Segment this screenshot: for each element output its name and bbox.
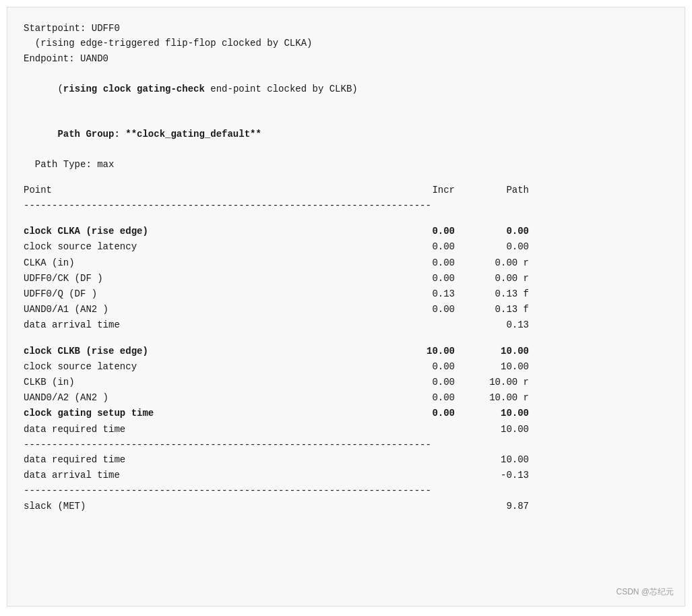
table-row: clock gating setup time0.0010.00: [24, 406, 668, 421]
cell-incr: 0.13: [401, 286, 462, 302]
cell-point: UAND0/A1 (AN2 ): [24, 302, 401, 317]
cell-point: clock CLKA (rise edge): [24, 224, 401, 239]
cell-point: clock gating setup time: [24, 406, 401, 421]
cell-point: CLKA (in): [24, 255, 401, 271]
path-type-line: Path Type: max: [24, 157, 668, 172]
cell-point: CLKB (in): [24, 375, 401, 390]
cell-path: 9.87: [462, 499, 536, 514]
col-header-point: Point: [24, 183, 401, 198]
cell-path: 10.00: [462, 359, 536, 375]
cell-incr: [401, 499, 462, 514]
cell-point: clock source latency: [24, 239, 401, 255]
cell-point: UDFF0/Q (DF ): [24, 286, 401, 302]
cell-incr: [401, 468, 462, 483]
cell-point: UDFF0/CK (DF ): [24, 271, 401, 286]
separator-top: ----------------------------------------…: [24, 198, 668, 213]
cell-path: 0.13: [462, 317, 536, 333]
watermark: CSDN @芯纪元: [616, 586, 674, 598]
cell-incr: [401, 317, 462, 333]
cell-path: 10.00: [462, 452, 536, 468]
table-row: clock source latency0.000.00: [24, 239, 668, 255]
path-group-line: Path Group: **clock_gating_default**: [24, 111, 668, 156]
cell-incr: 0.00: [401, 406, 462, 421]
startpoint-detail: (rising edge-triggered flip-flop clocked…: [24, 36, 668, 51]
cell-path: -0.13: [462, 468, 536, 483]
cell-incr: [401, 422, 462, 437]
path-group-prefix: Path Group:: [46, 129, 126, 140]
cell-path: 0.00: [462, 224, 536, 239]
table-row: UAND0/A2 (AN2 )0.0010.00 r: [24, 390, 668, 406]
separator-bot: ----------------------------------------…: [24, 483, 668, 498]
cell-point: data arrival time: [24, 317, 401, 333]
startpoint-line: Startpoint: UDFF0: [24, 21, 668, 36]
table-row: UDFF0/Q (DF )0.130.13 f: [24, 286, 668, 302]
cell-incr: 0.00: [401, 224, 462, 239]
endpoint-bold: rising clock gating-check: [63, 84, 205, 94]
endpoint-detail: (rising clock gating-check end-point clo…: [24, 66, 668, 111]
cell-path: 10.00: [462, 422, 536, 437]
cell-path: 0.00: [462, 239, 536, 255]
cell-point: clock CLKB (rise edge): [24, 344, 401, 359]
separator-mid: ----------------------------------------…: [24, 437, 668, 452]
endpoint-line: Endpoint: UAND0: [24, 51, 668, 66]
cell-path: 10.00 r: [462, 390, 536, 406]
table-spacer: [24, 333, 668, 344]
cell-point: data arrival time: [24, 468, 401, 483]
table-row: clock source latency0.0010.00: [24, 359, 668, 375]
cell-incr: 0.00: [401, 359, 462, 375]
cell-incr: 0.00: [401, 255, 462, 271]
cell-incr: 0.00: [401, 271, 462, 286]
cell-path: 10.00: [462, 406, 536, 421]
col-header-path: Path: [462, 183, 536, 198]
table-row: data required time10.00: [24, 422, 668, 437]
table-header: Point Incr Path: [24, 183, 668, 198]
spacer-2: [24, 213, 668, 224]
table-row: UDFF0/CK (DF )0.000.00 r: [24, 271, 668, 286]
cell-point: slack (MET): [24, 499, 401, 514]
path-group-value: **clock_gating_default**: [125, 129, 261, 140]
endpoint-prefix: (: [46, 84, 63, 94]
cell-path: 0.13 f: [462, 302, 536, 317]
cell-path: 0.00 r: [462, 255, 536, 271]
table-row: clock CLKA (rise edge)0.000.00: [24, 224, 668, 239]
cell-point: data required time: [24, 452, 401, 468]
after-sep-body: data required time10.00data arrival time…: [24, 452, 668, 483]
cell-path: 0.13 f: [462, 286, 536, 302]
cell-incr: [401, 452, 462, 468]
table-row: data arrival time-0.13: [24, 468, 668, 483]
endpoint-suffix: end-point clocked by CLKB): [205, 84, 358, 94]
cell-incr: 0.00: [401, 390, 462, 406]
cell-path: 0.00 r: [462, 271, 536, 286]
main-container: Startpoint: UDFF0 (rising edge-triggered…: [7, 7, 685, 607]
table-row: UAND0/A1 (AN2 )0.000.13 f: [24, 302, 668, 317]
cell-point: clock source latency: [24, 359, 401, 375]
cell-path: 10.00: [462, 344, 536, 359]
table-row: CLKB (in)0.0010.00 r: [24, 375, 668, 390]
cell-incr: 10.00: [401, 344, 462, 359]
cell-point: data required time: [24, 422, 401, 437]
cell-point: UAND0/A2 (AN2 ): [24, 390, 401, 406]
table-row: data arrival time0.13: [24, 317, 668, 333]
slack-row: slack (MET)9.87: [24, 499, 668, 514]
cell-incr: 0.00: [401, 239, 462, 255]
table-row: CLKA (in)0.000.00 r: [24, 255, 668, 271]
table-row: clock CLKB (rise edge)10.0010.00: [24, 344, 668, 359]
table-row: data required time10.00: [24, 452, 668, 468]
table-body: clock CLKA (rise edge)0.000.00clock sour…: [24, 224, 668, 437]
col-header-incr: Incr: [401, 183, 462, 198]
cell-path: 10.00 r: [462, 375, 536, 390]
cell-incr: 0.00: [401, 375, 462, 390]
cell-incr: 0.00: [401, 302, 462, 317]
spacer-1: [24, 172, 668, 183]
